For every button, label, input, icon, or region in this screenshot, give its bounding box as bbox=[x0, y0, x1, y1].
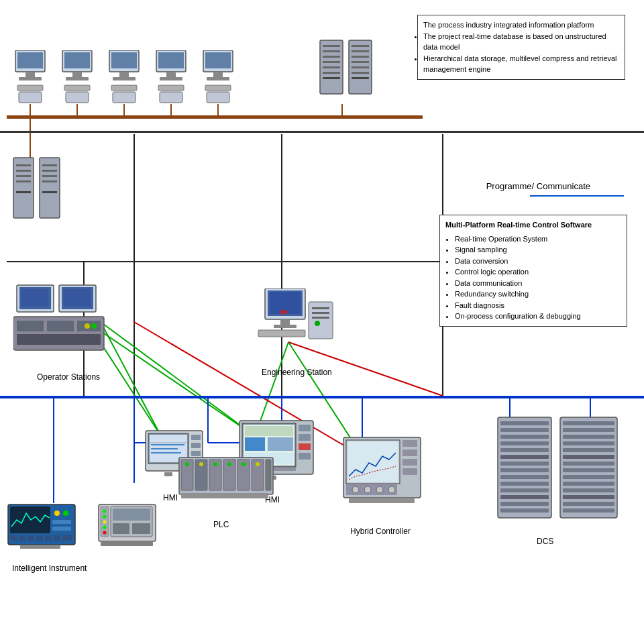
svg-point-202 bbox=[63, 511, 68, 516]
svg-rect-176 bbox=[500, 462, 549, 466]
svg-rect-99 bbox=[17, 321, 44, 331]
svg-rect-65 bbox=[323, 45, 340, 47]
svg-rect-122 bbox=[151, 448, 178, 449]
top-info-title: The process industry integrated informat… bbox=[423, 19, 619, 31]
svg-rect-78 bbox=[352, 72, 369, 74]
svg-rect-196 bbox=[563, 495, 614, 499]
svg-rect-182 bbox=[500, 502, 549, 506]
svg-rect-80 bbox=[13, 158, 34, 218]
svg-rect-76 bbox=[352, 61, 369, 63]
svg-rect-54 bbox=[166, 72, 176, 77]
svg-rect-194 bbox=[563, 482, 614, 486]
svg-rect-121 bbox=[151, 444, 184, 445]
server-rack-left bbox=[10, 154, 64, 237]
svg-rect-172 bbox=[500, 435, 549, 439]
prog-communicate-label: Programme/ Communicate bbox=[486, 181, 590, 191]
engineering-station-group bbox=[255, 288, 335, 358]
plc-label: PLC bbox=[213, 520, 229, 529]
svg-rect-55 bbox=[160, 77, 182, 80]
svg-point-149 bbox=[185, 462, 189, 466]
svg-rect-198 bbox=[563, 508, 614, 513]
svg-rect-68 bbox=[323, 61, 340, 63]
workstation-4 bbox=[153, 50, 190, 107]
svg-rect-84 bbox=[16, 180, 31, 182]
svg-rect-177 bbox=[500, 468, 549, 472]
svg-rect-158 bbox=[347, 441, 398, 482]
cs-item-4: Control logic operation bbox=[455, 266, 621, 278]
workstation-2 bbox=[59, 50, 96, 107]
svg-point-166 bbox=[376, 486, 383, 493]
svg-rect-51 bbox=[113, 92, 136, 103]
operator-stations-label: Operator Stations bbox=[37, 372, 100, 382]
svg-rect-180 bbox=[500, 488, 549, 492]
control-software-title: Multi-Platform Real-time Control Softwar… bbox=[445, 219, 621, 231]
svg-rect-43 bbox=[66, 77, 89, 80]
svg-rect-170 bbox=[500, 421, 549, 425]
svg-rect-160 bbox=[402, 449, 417, 456]
top-info-item-2: Hierarchical data storage, multilevel co… bbox=[423, 53, 619, 75]
middle-separator-line bbox=[0, 396, 644, 398]
svg-rect-179 bbox=[500, 482, 549, 486]
svg-rect-192 bbox=[563, 468, 614, 472]
plc-device bbox=[178, 456, 275, 513]
svg-rect-45 bbox=[66, 92, 89, 103]
svg-rect-89 bbox=[42, 175, 57, 177]
hmi-1-label: HMI bbox=[163, 493, 178, 502]
svg-rect-100 bbox=[47, 321, 74, 331]
svg-rect-185 bbox=[563, 421, 614, 425]
svg-rect-174 bbox=[500, 448, 549, 452]
hybrid-controller-label: Hybrid Controller bbox=[350, 527, 411, 536]
svg-rect-35 bbox=[17, 52, 43, 68]
svg-rect-42 bbox=[72, 72, 82, 77]
svg-rect-86 bbox=[40, 158, 60, 218]
svg-point-164 bbox=[352, 486, 359, 493]
server-rack-top bbox=[317, 37, 377, 113]
svg-rect-210 bbox=[54, 535, 60, 541]
intelligent-instrument-device bbox=[7, 503, 77, 556]
svg-rect-223 bbox=[132, 523, 150, 534]
svg-rect-0 bbox=[7, 115, 423, 119]
svg-rect-74 bbox=[352, 50, 369, 52]
svg-rect-188 bbox=[563, 441, 614, 445]
svg-rect-114 bbox=[312, 312, 329, 314]
svg-rect-90 bbox=[42, 180, 57, 182]
svg-rect-224 bbox=[101, 542, 153, 546]
svg-rect-222 bbox=[113, 523, 129, 534]
svg-rect-82 bbox=[16, 170, 31, 172]
svg-point-217 bbox=[103, 521, 107, 524]
svg-rect-211 bbox=[62, 535, 72, 541]
diagram-container: The process industry integrated informat… bbox=[0, 0, 644, 644]
cs-item-2: Signal sampling bbox=[455, 244, 621, 256]
svg-rect-125 bbox=[191, 443, 201, 448]
svg-rect-159 bbox=[402, 440, 417, 447]
cs-item-3: Data conversion bbox=[455, 256, 621, 267]
svg-rect-131 bbox=[245, 426, 293, 436]
svg-rect-108 bbox=[280, 310, 287, 314]
svg-rect-209 bbox=[45, 535, 52, 541]
svg-rect-189 bbox=[563, 448, 614, 452]
svg-rect-47 bbox=[111, 52, 137, 68]
svg-rect-136 bbox=[299, 434, 311, 441]
svg-rect-187 bbox=[563, 435, 614, 439]
svg-rect-186 bbox=[563, 428, 614, 432]
svg-rect-204 bbox=[52, 527, 71, 531]
svg-rect-183 bbox=[500, 508, 549, 513]
svg-rect-110 bbox=[274, 325, 297, 328]
svg-rect-50 bbox=[111, 85, 137, 91]
svg-point-152 bbox=[227, 462, 231, 466]
svg-rect-173 bbox=[500, 441, 549, 445]
cs-item-8: On-process configuration & debugging bbox=[455, 311, 621, 322]
svg-rect-67 bbox=[323, 56, 340, 58]
svg-rect-88 bbox=[42, 170, 57, 172]
svg-rect-137 bbox=[299, 443, 311, 450]
svg-rect-97 bbox=[64, 289, 91, 307]
svg-rect-79 bbox=[352, 77, 369, 79]
svg-point-103 bbox=[85, 323, 90, 329]
svg-rect-190 bbox=[563, 455, 614, 459]
cs-item-6: Redundancy switching bbox=[455, 288, 621, 300]
small-plc-device bbox=[97, 503, 158, 553]
svg-rect-191 bbox=[563, 462, 614, 466]
svg-point-150 bbox=[199, 462, 203, 466]
svg-rect-113 bbox=[312, 307, 329, 309]
svg-rect-205 bbox=[10, 535, 17, 541]
